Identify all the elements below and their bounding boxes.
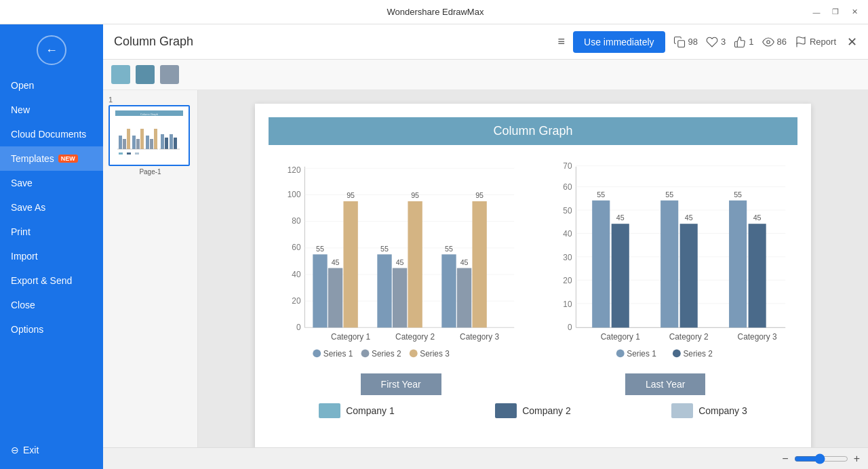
flag-icon (795, 36, 807, 48)
charts-row: 0 20 40 60 80 100 (269, 159, 797, 363)
right-chart-svg: 0 10 20 30 40 50 60 (540, 159, 797, 360)
page-thumbnail[interactable]: Column Graph (108, 105, 190, 166)
company-3-item: Company 3 (671, 403, 747, 418)
sidebar-item-new[interactable]: New (0, 98, 103, 122)
sidebar-item-export[interactable]: Export & Send (0, 268, 103, 293)
svg-rect-52 (441, 254, 456, 327)
svg-text:45: 45 (616, 213, 625, 222)
exit-button[interactable]: ⊖ Exit (0, 438, 103, 462)
thumbnail-sidebar: 1 Column Graph (103, 90, 198, 447)
svg-text:Category 2: Category 2 (395, 332, 435, 342)
svg-text:Series 3: Series 3 (420, 349, 450, 359)
panel-close-button[interactable]: ✕ (847, 35, 857, 49)
menu-icon[interactable]: ≡ (558, 35, 566, 49)
templates-new-badge: NEW (58, 155, 78, 163)
year-buttons-row: First Year Last Year (269, 373, 797, 395)
color-swatch-3[interactable] (160, 65, 179, 84)
preview-area: Column Graph 0 (198, 90, 868, 447)
svg-rect-23 (135, 152, 139, 155)
svg-text:Series 1: Series 1 (627, 349, 656, 359)
svg-rect-16 (165, 138, 168, 149)
svg-text:Category 1: Category 1 (601, 332, 640, 342)
thumbnail-preview: Column Graph (112, 108, 186, 163)
svg-rect-40 (313, 254, 327, 327)
content-header: Column Graph ≡ Use immediately 98 3 1 (103, 24, 868, 60)
heart-icon (706, 36, 718, 48)
eye-icon (762, 36, 774, 48)
sidebar-item-close[interactable]: Close (0, 293, 103, 317)
svg-text:55: 55 (665, 190, 673, 199)
bottom-bar: − + (103, 447, 868, 469)
use-immediately-button[interactable]: Use immediately (573, 31, 665, 53)
last-year-button[interactable]: Last Year (625, 373, 705, 395)
svg-text:60: 60 (292, 243, 301, 252)
svg-rect-14 (154, 129, 157, 149)
zoom-slider[interactable] (794, 453, 848, 464)
svg-text:Category 3: Category 3 (738, 332, 777, 342)
company-2-item: Company 2 (495, 403, 571, 418)
exit-icon: ⊖ (11, 445, 19, 455)
svg-point-65 (410, 349, 418, 357)
svg-rect-0 (677, 40, 684, 47)
right-chart: 0 10 20 30 40 50 60 (540, 159, 797, 363)
sidebar-label-options: Options (11, 324, 43, 335)
color-swatch-1[interactable] (111, 65, 130, 84)
sidebar-item-options[interactable]: Options (0, 317, 103, 342)
back-button[interactable]: ← (37, 35, 66, 65)
restore-button[interactable]: ❐ (829, 5, 842, 19)
svg-text:80: 80 (292, 216, 301, 226)
sidebar-item-import[interactable]: Import (0, 244, 103, 268)
sidebar-item-cloud[interactable]: Cloud Documents (0, 122, 103, 146)
svg-text:45: 45 (332, 258, 340, 266)
zoom-in-button[interactable]: + (854, 453, 860, 465)
svg-point-63 (361, 349, 370, 357)
company-3-label: Company 3 (698, 405, 747, 416)
svg-rect-21 (119, 152, 123, 155)
svg-text:Category 3: Category 3 (460, 332, 499, 342)
svg-rect-50 (408, 201, 422, 327)
svg-rect-15 (161, 134, 164, 149)
sidebar-item-open[interactable]: Open (0, 73, 103, 98)
svg-text:55: 55 (597, 190, 605, 199)
company-legend: Company 1 Company 2 Company 3 (269, 403, 797, 418)
sidebar-label-close: Close (11, 300, 35, 310)
sidebar-label-open: Open (11, 80, 34, 91)
sidebar-item-print[interactable]: Print (0, 220, 103, 244)
svg-text:45: 45 (685, 213, 693, 222)
svg-text:30: 30 (563, 253, 572, 262)
sidebar-item-save-as[interactable]: Save As (0, 195, 103, 220)
svg-text:70: 70 (563, 161, 572, 171)
content-area: Column Graph ≡ Use immediately 98 3 1 (103, 24, 868, 469)
svg-text:Category 2: Category 2 (669, 332, 709, 342)
sidebar-label-save-as: Save As (11, 202, 45, 213)
first-year-button[interactable]: First Year (361, 373, 441, 395)
sidebar-item-templates[interactable]: Templates NEW (0, 146, 103, 171)
zoom-out-button[interactable]: − (782, 453, 788, 465)
svg-point-1 (766, 40, 770, 43)
svg-rect-9 (132, 136, 136, 149)
thumb-stat: 1 (734, 36, 753, 48)
copy-count: 98 (688, 37, 698, 47)
svg-text:120: 120 (288, 165, 301, 175)
report-button[interactable]: Report (795, 36, 836, 48)
sidebar-item-save[interactable]: Save (0, 171, 103, 195)
svg-text:0: 0 (296, 323, 301, 332)
svg-text:Category 1: Category 1 (331, 332, 370, 342)
svg-text:55: 55 (445, 245, 453, 253)
svg-rect-42 (328, 268, 342, 328)
window-close-button[interactable]: ✕ (848, 5, 861, 19)
svg-rect-6 (119, 136, 122, 149)
svg-rect-22 (127, 152, 131, 155)
svg-text:95: 95 (347, 191, 355, 199)
color-swatch-2[interactable] (136, 65, 155, 84)
left-chart: 0 20 40 60 80 100 (269, 159, 526, 363)
diagram-title: Column Graph (114, 35, 545, 49)
view-count: 86 (777, 37, 787, 47)
company-2-swatch (495, 403, 517, 418)
svg-text:Column Graph: Column Graph (140, 113, 158, 116)
like-stat: 3 (706, 36, 726, 48)
svg-text:55: 55 (734, 190, 742, 199)
svg-text:20: 20 (292, 296, 301, 306)
minimize-button[interactable]: — (810, 5, 823, 19)
svg-text:95: 95 (475, 191, 484, 199)
